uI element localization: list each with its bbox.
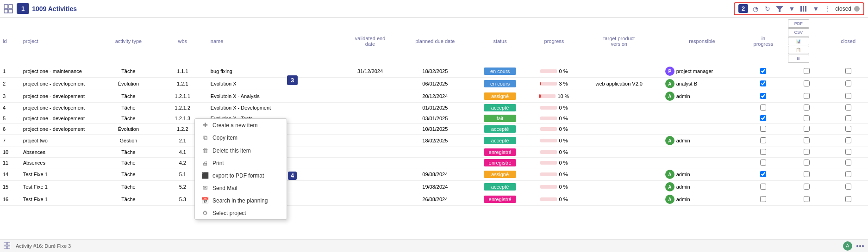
cell-inprog[interactable] bbox=[742, 135, 785, 147]
cell-inprog[interactable] bbox=[742, 90, 785, 103]
col-header-plandue[interactable]: planned due date bbox=[403, 18, 468, 65]
checkbox[interactable] bbox=[845, 93, 851, 99]
col-header-id[interactable]: id bbox=[0, 18, 20, 65]
checkbox[interactable] bbox=[804, 160, 810, 166]
table-row[interactable]: 14 Test Fixe 1 Tâche 5.1 Duré... 09/08/2… bbox=[0, 168, 868, 181]
table-container[interactable]: id project activity type wbs name valida… bbox=[0, 18, 868, 239]
checkbox[interactable] bbox=[804, 93, 810, 99]
col-header-name[interactable]: name bbox=[208, 18, 338, 65]
cell-inprog[interactable] bbox=[742, 181, 785, 193]
chevron-down-icon2[interactable]: ▼ bbox=[811, 4, 820, 13]
checkbox[interactable] bbox=[845, 171, 851, 177]
checkbox[interactable] bbox=[845, 68, 851, 74]
checkbox[interactable] bbox=[760, 93, 766, 99]
cell-cop[interactable] bbox=[785, 65, 829, 78]
checkbox[interactable] bbox=[804, 184, 810, 190]
refresh-icon[interactable]: ↻ bbox=[763, 4, 772, 13]
checkbox[interactable] bbox=[804, 126, 810, 132]
checkbox[interactable] bbox=[804, 171, 810, 177]
checkbox[interactable] bbox=[760, 160, 766, 166]
checkbox[interactable] bbox=[845, 160, 851, 166]
cell-cop[interactable] bbox=[785, 147, 829, 158]
table-row[interactable]: 5 project one - developement Tâche 1.2.1… bbox=[0, 113, 868, 124]
checkbox[interactable] bbox=[760, 68, 766, 74]
col-header-cop[interactable]: PDF CSV 📊 📋 🖥 bbox=[785, 18, 829, 65]
cell-closed[interactable] bbox=[828, 181, 868, 193]
cell-cop[interactable] bbox=[785, 168, 829, 181]
checkbox[interactable] bbox=[845, 115, 851, 121]
checkbox[interactable] bbox=[804, 68, 810, 74]
cell-closed[interactable] bbox=[828, 168, 868, 181]
cm-planning[interactable]: 📅 Search in the planning bbox=[195, 194, 287, 207]
cell-cop[interactable] bbox=[785, 181, 829, 193]
checkbox[interactable] bbox=[804, 149, 810, 155]
cell-closed[interactable] bbox=[828, 158, 868, 168]
cm-create[interactable]: ✚ Create a new item bbox=[195, 119, 287, 131]
checkbox[interactable] bbox=[845, 126, 851, 132]
cm-sendmail[interactable]: ✉ Send Mail bbox=[195, 182, 287, 194]
col-header-type[interactable]: activity type bbox=[100, 18, 157, 65]
cell-inprog[interactable] bbox=[742, 147, 785, 158]
checkbox[interactable] bbox=[804, 137, 810, 143]
cm-delete[interactable]: 🗑 Delete this item bbox=[195, 144, 287, 157]
col-header-wbs[interactable]: wbs bbox=[157, 18, 208, 65]
table-row[interactable]: 16 Test Fixe 1 Tâche 5.3 Duré... 26/08/2… bbox=[0, 193, 868, 206]
checkbox[interactable] bbox=[804, 80, 810, 86]
table-row[interactable]: 6 project one - developement Évolution 1… bbox=[0, 124, 868, 135]
checkbox[interactable] bbox=[760, 196, 766, 202]
cell-inprog[interactable] bbox=[742, 124, 785, 135]
col-header-resp[interactable]: responsible bbox=[662, 18, 742, 65]
cell-closed[interactable] bbox=[828, 90, 868, 103]
checkbox[interactable] bbox=[760, 137, 766, 143]
checkbox[interactable] bbox=[760, 149, 766, 155]
checkbox[interactable] bbox=[804, 196, 810, 202]
cell-inprog[interactable] bbox=[742, 168, 785, 181]
col-header-closed[interactable]: closed bbox=[828, 18, 868, 65]
col-header-valend[interactable]: validated enddate bbox=[337, 18, 402, 65]
checkbox[interactable] bbox=[760, 115, 766, 121]
export-screen-btn[interactable]: 🖥 bbox=[788, 55, 809, 63]
col-header-progress[interactable]: progress bbox=[532, 18, 576, 65]
cm-print[interactable]: 🖨 Print bbox=[195, 157, 287, 169]
table-row[interactable]: 1 project one - maintenance Tâche 1.1.1 … bbox=[0, 65, 868, 78]
table-row[interactable]: 3 project one - developement Tâche 1.2.1… bbox=[0, 90, 868, 103]
export-chart-btn[interactable]: 📊 bbox=[788, 37, 809, 45]
table-row[interactable]: 4 project one - developement Tâche 1.2.1… bbox=[0, 103, 868, 113]
cell-cop[interactable] bbox=[785, 113, 829, 124]
context-menu[interactable]: ✚ Create a new item ⧉ Copy item 🗑 Delete… bbox=[194, 118, 287, 220]
history-icon[interactable]: ◔ bbox=[751, 4, 760, 13]
cell-closed[interactable] bbox=[828, 135, 868, 147]
cell-closed[interactable] bbox=[828, 78, 868, 90]
checkbox[interactable] bbox=[760, 104, 766, 111]
table-row[interactable]: 11 Absences Tâche 4.2 Mala... enregistré… bbox=[0, 158, 868, 168]
cell-closed[interactable] bbox=[828, 65, 868, 78]
cell-closed[interactable] bbox=[828, 147, 868, 158]
cell-cop[interactable] bbox=[785, 103, 829, 113]
cm-exportpdf[interactable]: ⬛ export to PDF format 4 bbox=[195, 169, 287, 182]
table-row[interactable]: 2 project one - developement Évolution 1… bbox=[0, 78, 868, 90]
cell-cop[interactable] bbox=[785, 135, 829, 147]
checkbox[interactable] bbox=[845, 196, 851, 202]
columns-icon[interactable] bbox=[799, 4, 808, 13]
checkbox[interactable] bbox=[845, 149, 851, 155]
export-pivot-btn[interactable]: 📋 bbox=[788, 46, 809, 54]
cell-closed[interactable] bbox=[828, 113, 868, 124]
checkbox[interactable] bbox=[760, 184, 766, 190]
cell-closed[interactable] bbox=[828, 124, 868, 135]
export-csv-btn[interactable]: CSV bbox=[788, 28, 809, 37]
more-icon[interactable]: ⋮ bbox=[823, 4, 832, 13]
table-row[interactable]: 10 Absences Tâche 4.1 Con... enregistré … bbox=[0, 147, 868, 158]
cell-closed[interactable] bbox=[828, 103, 868, 113]
filter-icon[interactable] bbox=[775, 4, 784, 13]
col-header-status[interactable]: status bbox=[468, 18, 532, 65]
col-header-project[interactable]: project bbox=[20, 18, 100, 65]
col-header-tpv[interactable]: target productversion bbox=[576, 18, 662, 65]
cm-copy[interactable]: ⧉ Copy item bbox=[195, 131, 287, 144]
checkbox[interactable] bbox=[760, 126, 766, 132]
cell-cop[interactable] bbox=[785, 78, 829, 90]
checkbox[interactable] bbox=[845, 80, 851, 86]
cell-inprog[interactable] bbox=[742, 158, 785, 168]
cell-inprog[interactable] bbox=[742, 193, 785, 206]
table-row[interactable]: 15 Test Fixe 1 Tâche 5.2 Duré... 19/08/2… bbox=[0, 181, 868, 193]
col-header-inprog[interactable]: inprogress bbox=[742, 18, 785, 65]
